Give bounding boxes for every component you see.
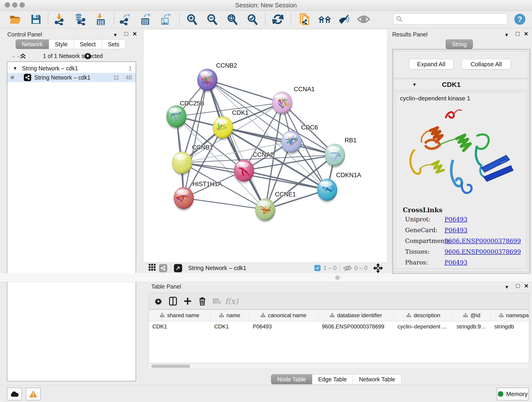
- collection-label: String Network – cdk1: [22, 65, 78, 72]
- column-header-id[interactable]: @id: [453, 310, 491, 321]
- divider-handle[interactable]: [335, 275, 340, 280]
- cloud-status-button[interactable]: [7, 388, 22, 400]
- control-panel-close-icon[interactable]: ✕: [133, 31, 137, 37]
- show-all-button[interactable]: [356, 12, 371, 26]
- import-network-database-button[interactable]: [73, 12, 87, 26]
- network-badge-icon[interactable]: [159, 264, 167, 272]
- clone-network-button[interactable]: [298, 12, 312, 26]
- control-panel-float-icon[interactable]: □: [124, 30, 128, 37]
- search-field[interactable]: [393, 13, 507, 25]
- netbar-separator: [340, 264, 340, 272]
- collapse-all-button[interactable]: Collapse All: [462, 59, 511, 70]
- zoom-in-button[interactable]: [185, 12, 199, 26]
- export-image-button[interactable]: [158, 12, 173, 26]
- tab-edge-table[interactable]: Edge Table: [312, 374, 353, 384]
- network-node-RB1[interactable]: RB1: [325, 137, 357, 167]
- selected-checkbox-icon[interactable]: [314, 265, 321, 271]
- tab-style[interactable]: Style: [49, 39, 74, 49]
- crosslinks-title: CrossLinks: [403, 206, 443, 214]
- network-node-CCNA1[interactable]: CCNA1: [272, 86, 315, 115]
- cell-namespace[interactable]: stringdb: [491, 321, 529, 332]
- network-node-HIST1H1A[interactable]: HIST1H1A: [174, 181, 222, 211]
- table-options-gear-icon[interactable]: [151, 297, 166, 305]
- column-header-description[interactable]: description: [394, 310, 453, 321]
- import-table-button[interactable]: [94, 12, 108, 26]
- scrollbar-thumb[interactable]: [151, 365, 190, 368]
- protein-header-row[interactable]: ▼ CDK1: [394, 79, 528, 90]
- tab-select[interactable]: Select: [74, 39, 102, 49]
- node-table: shared name name canonical name database…: [148, 309, 529, 363]
- table-horizontal-scrollbar[interactable]: [149, 364, 528, 368]
- warning-icon: [29, 390, 37, 398]
- cell-canonical-name[interactable]: P06493: [249, 321, 318, 332]
- help-button[interactable]: ?: [513, 12, 527, 26]
- network-canvas[interactable]: CCNB2CCNA1CDC25BCDK1CDC6RB1CCNB1CCNA2CDK…: [144, 30, 387, 262]
- column-header-namespace[interactable]: namespace: [491, 310, 529, 321]
- save-session-button[interactable]: [29, 12, 43, 26]
- crosslink-uniprot-link[interactable]: P06493: [444, 216, 467, 223]
- birdseye-grid-icon[interactable]: [148, 264, 156, 273]
- network-collection-row[interactable]: ▼ String Network – cdk1 1: [7, 64, 136, 73]
- results-panel-menu-icon[interactable]: ▾: [505, 32, 508, 38]
- cell-database-identifier[interactable]: 9606.ENSP00000378699: [318, 321, 394, 332]
- memory-button[interactable]: Memory: [497, 388, 529, 400]
- table-panel-float-icon[interactable]: □: [516, 282, 520, 289]
- crosslink-row: Compartments: 9606.ENSP00000378699: [396, 237, 526, 248]
- import-network-file-button[interactable]: [52, 12, 66, 26]
- add-column-icon[interactable]: [180, 297, 195, 305]
- memory-status-dot: [498, 391, 503, 397]
- first-neighbors-button[interactable]: [317, 12, 332, 26]
- zoom-out-button[interactable]: [205, 12, 219, 26]
- tab-network-table[interactable]: Network Table: [353, 374, 401, 384]
- table-panel-menu-icon[interactable]: ▾: [505, 284, 508, 290]
- column-header-name[interactable]: name: [210, 310, 249, 321]
- export-table-button[interactable]: [139, 12, 153, 26]
- table-panel-close-icon[interactable]: ✕: [524, 283, 529, 289]
- column-header-shared-name[interactable]: shared name: [149, 310, 210, 321]
- network-node-count: 11: [113, 74, 119, 81]
- export-network-button[interactable]: [118, 12, 133, 26]
- tab-network[interactable]: Network: [16, 39, 49, 49]
- protein-collapse-icon[interactable]: ▼: [412, 82, 417, 87]
- string-network-graph[interactable]: CCNB2CCNA1CDC25BCDK1CDC6RB1CCNB1CCNA2CDK…: [144, 30, 387, 262]
- column-header-database-identifier[interactable]: database identifier: [318, 310, 394, 321]
- column-header-canonical-name[interactable]: canonical name: [249, 310, 318, 321]
- network-row[interactable]: String Network – cdk1 11 48: [7, 73, 136, 82]
- crosslink-pharos-link[interactable]: P06493: [444, 259, 467, 266]
- function-builder-icon: f(x): [224, 297, 239, 306]
- hide-selected-button[interactable]: [337, 12, 351, 26]
- panel-divider[interactable]: [0, 273, 532, 282]
- zoom-selected-button[interactable]: [245, 12, 259, 26]
- tab-string[interactable]: String: [446, 39, 473, 49]
- open-session-button[interactable]: [8, 12, 22, 26]
- collection-expand-icon[interactable]: ▼: [13, 66, 17, 71]
- warnings-button[interactable]: [26, 388, 41, 400]
- results-panel-close-icon[interactable]: ✕: [524, 31, 528, 37]
- cell-id[interactable]: stringdb:9...: [453, 321, 491, 332]
- expand-all-button[interactable]: Expand All: [409, 59, 453, 70]
- expand-all-networks-icon[interactable]: [20, 53, 26, 59]
- delete-column-trash-icon[interactable]: [195, 297, 210, 306]
- open-in-window-icon[interactable]: [174, 264, 182, 272]
- refresh-view-button[interactable]: [271, 12, 285, 26]
- table-row[interactable]: CDK1 CDK1 P06493 9606.ENSP00000378699 cy…: [149, 321, 529, 332]
- network-options-gear-icon[interactable]: [84, 51, 92, 60]
- network-node-CDKN1A[interactable]: CDKN1A: [317, 172, 361, 202]
- fit-content-button[interactable]: [225, 12, 239, 26]
- control-panel-menu-icon[interactable]: ▾: [114, 32, 117, 38]
- show-columns-icon[interactable]: [166, 297, 180, 306]
- crosslink-tissues-link[interactable]: 9606.ENSP00000378699: [444, 248, 521, 255]
- network-node-CCNB1[interactable]: CCNB1: [172, 144, 213, 175]
- cell-description[interactable]: cyclin–dependent ...: [394, 321, 453, 332]
- network-node-CCNB2[interactable]: CCNB2: [197, 62, 237, 92]
- tab-node-table[interactable]: Node Table: [271, 374, 312, 384]
- fit-selected-crosshair-icon[interactable]: [374, 264, 383, 273]
- crosslink-row: Uniprot: P06493: [396, 216, 526, 227]
- refresh-icon: [272, 13, 284, 25]
- tab-sets[interactable]: Sets: [102, 39, 126, 49]
- cell-name[interactable]: CDK1: [210, 321, 249, 332]
- results-panel-float-icon[interactable]: □: [516, 30, 519, 37]
- crosslink-genecard-link[interactable]: P06493: [444, 227, 467, 234]
- cell-shared-name[interactable]: CDK1: [149, 321, 210, 332]
- crosslink-compartments-link[interactable]: 9606.ENSP00000378699: [444, 237, 521, 244]
